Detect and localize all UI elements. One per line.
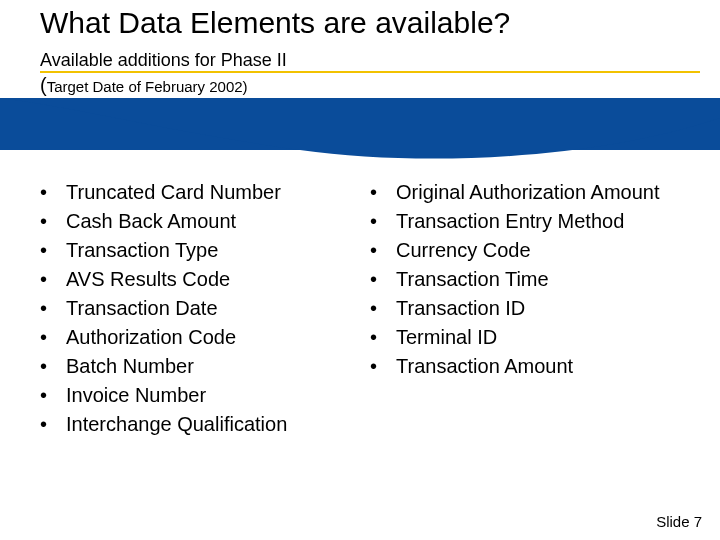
- list-item: •Batch Number: [40, 352, 360, 381]
- list-item: •Transaction Date: [40, 294, 360, 323]
- list-item: •Currency Code: [370, 236, 690, 265]
- slide-title: What Data Elements are available?: [40, 6, 700, 40]
- right-list: •Original Authorization Amount•Transacti…: [370, 178, 690, 381]
- list-item-text: Transaction ID: [396, 294, 690, 323]
- list-item-text: Transaction Time: [396, 265, 690, 294]
- bullet-icon: •: [370, 265, 396, 294]
- bullet-icon: •: [40, 410, 66, 439]
- list-item-text: Interchange Qualification: [66, 410, 360, 439]
- list-item-text: Transaction Amount: [396, 352, 690, 381]
- left-list: •Truncated Card Number•Cash Back Amount•…: [40, 178, 360, 439]
- open-paren: (: [40, 74, 47, 96]
- list-item: •Interchange Qualification: [40, 410, 360, 439]
- bullet-icon: •: [40, 323, 66, 352]
- bullet-icon: •: [40, 294, 66, 323]
- list-item: •Invoice Number: [40, 381, 360, 410]
- list-item-text: Truncated Card Number: [66, 178, 360, 207]
- list-item-text: Transaction Entry Method: [396, 207, 690, 236]
- bullet-icon: •: [40, 236, 66, 265]
- slide-number: Slide 7: [656, 513, 702, 530]
- bullet-icon: •: [40, 352, 66, 381]
- list-item: •Transaction Entry Method: [370, 207, 690, 236]
- slide: What Data Elements are available? Availa…: [0, 0, 720, 540]
- bullet-icon: •: [370, 178, 396, 207]
- bullet-icon: •: [40, 178, 66, 207]
- list-item: •Transaction ID: [370, 294, 690, 323]
- list-item: •Truncated Card Number: [40, 178, 360, 207]
- list-item: •Cash Back Amount: [40, 207, 360, 236]
- list-item-text: Transaction Date: [66, 294, 360, 323]
- bullet-icon: •: [40, 381, 66, 410]
- list-item-text: Currency Code: [396, 236, 690, 265]
- bullet-icon: •: [40, 265, 66, 294]
- bullet-icon: •: [40, 207, 66, 236]
- bullet-icon: •: [370, 207, 396, 236]
- title-underline: [40, 71, 700, 73]
- list-item: •Terminal ID: [370, 323, 690, 352]
- list-item-text: Authorization Code: [66, 323, 360, 352]
- list-item-text: Invoice Number: [66, 381, 360, 410]
- list-item: •AVS Results Code: [40, 265, 360, 294]
- list-item: •Authorization Code: [40, 323, 360, 352]
- list-item-text: AVS Results Code: [66, 265, 360, 294]
- bullet-icon: •: [370, 323, 396, 352]
- bullet-icon: •: [370, 236, 396, 265]
- right-column: •Original Authorization Amount•Transacti…: [370, 178, 690, 439]
- list-item: •Original Authorization Amount: [370, 178, 690, 207]
- list-item: •Transaction Amount: [370, 352, 690, 381]
- list-item-text: Terminal ID: [396, 323, 690, 352]
- list-item: •Transaction Time: [370, 265, 690, 294]
- left-column: •Truncated Card Number•Cash Back Amount•…: [40, 178, 360, 439]
- subtitle-line-2: (Target Date of February 2002): [40, 74, 248, 97]
- list-item-text: Batch Number: [66, 352, 360, 381]
- list-item-text: Cash Back Amount: [66, 207, 360, 236]
- bullet-icon: •: [370, 294, 396, 323]
- list-item-text: Original Authorization Amount: [396, 178, 690, 207]
- bullet-icon: •: [370, 352, 396, 381]
- subtitle-line-2-text: Target Date of February 2002): [47, 78, 248, 95]
- content-area: •Truncated Card Number•Cash Back Amount•…: [40, 178, 690, 439]
- list-item: •Transaction Type: [40, 236, 360, 265]
- subtitle-line-1: Available additions for Phase II: [40, 50, 287, 71]
- list-item-text: Transaction Type: [66, 236, 360, 265]
